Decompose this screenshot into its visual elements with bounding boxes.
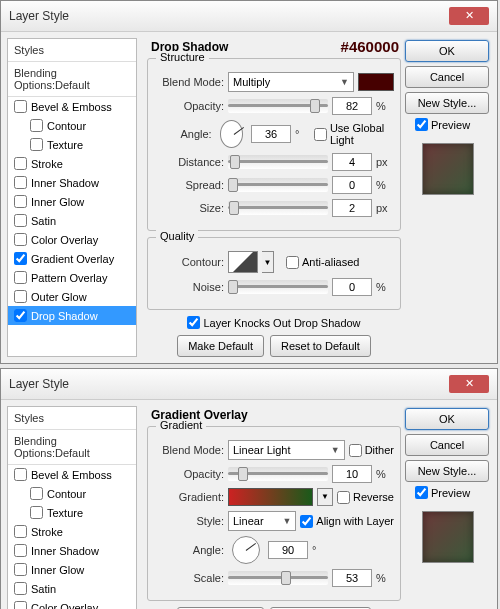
ok-button[interactable]: OK <box>405 40 489 62</box>
style-item[interactable]: Inner Glow <box>8 560 136 579</box>
blend-mode-select[interactable]: Linear Light▼ <box>228 440 345 460</box>
make-default-button[interactable]: Make Default <box>177 335 264 357</box>
style-item[interactable]: Drop Shadow <box>8 306 136 325</box>
spread-input[interactable] <box>332 176 372 194</box>
gradient-dropdown-arrow[interactable]: ▼ <box>317 488 333 506</box>
reset-default-button[interactable]: Reset to Default <box>270 335 371 357</box>
style-item[interactable]: Gradient Overlay <box>8 249 136 268</box>
opacity-slider[interactable] <box>228 99 328 113</box>
blend-mode-select[interactable]: Multiply▼ <box>228 72 354 92</box>
opacity-slider[interactable] <box>228 467 328 481</box>
opacity-input[interactable] <box>332 97 372 115</box>
style-item-checkbox[interactable] <box>30 119 43 132</box>
styles-header[interactable]: Styles <box>8 407 136 430</box>
style-item[interactable]: Inner Glow <box>8 192 136 211</box>
spread-slider[interactable] <box>228 178 328 192</box>
knocks-out-checkbox[interactable]: Layer Knocks Out Drop Shadow <box>187 316 360 329</box>
cancel-button[interactable]: Cancel <box>405 434 489 456</box>
angle-input[interactable] <box>268 541 308 559</box>
new-style-button[interactable]: New Style... <box>405 460 489 482</box>
style-item[interactable]: Bevel & Emboss <box>8 97 136 116</box>
style-item-checkbox[interactable] <box>14 195 27 208</box>
align-layer-checkbox[interactable]: Align with Layer <box>300 515 394 528</box>
noise-input[interactable] <box>332 278 372 296</box>
style-item[interactable]: Satin <box>8 211 136 230</box>
distance-input[interactable] <box>332 153 372 171</box>
style-item-label: Inner Shadow <box>31 177 99 189</box>
style-item[interactable]: Contour <box>8 484 136 503</box>
ok-button[interactable]: OK <box>405 408 489 430</box>
style-item-checkbox[interactable] <box>30 506 43 519</box>
shadow-color-swatch[interactable] <box>358 73 394 91</box>
style-item-checkbox[interactable] <box>14 468 27 481</box>
style-item-checkbox[interactable] <box>14 582 27 595</box>
style-item-checkbox[interactable] <box>14 100 27 113</box>
style-item-checkbox[interactable] <box>14 214 27 227</box>
style-item[interactable]: Stroke <box>8 522 136 541</box>
style-item[interactable]: Contour <box>8 116 136 135</box>
angle-input[interactable] <box>251 125 291 143</box>
style-item[interactable]: Stroke <box>8 154 136 173</box>
blending-options-header[interactable]: Blending Options:Default <box>8 430 136 465</box>
scale-slider[interactable] <box>228 571 328 585</box>
style-item[interactable]: Satin <box>8 579 136 598</box>
contour-picker[interactable] <box>228 251 258 273</box>
titlebar[interactable]: Layer Style ✕ <box>1 1 497 32</box>
preview-checkbox[interactable]: Preview <box>405 486 491 499</box>
reverse-checkbox[interactable]: Reverse <box>337 491 394 504</box>
style-item[interactable]: Color Overlay <box>8 230 136 249</box>
style-item-checkbox[interactable] <box>14 157 27 170</box>
blend-mode-label: Blend Mode: <box>154 444 224 456</box>
blending-options-header[interactable]: Blending Options:Default <box>8 62 136 97</box>
antialiased-checkbox[interactable]: Anti-aliased <box>286 256 359 269</box>
preview-checkbox[interactable]: Preview <box>405 118 491 131</box>
style-item-checkbox[interactable] <box>14 252 27 265</box>
dither-checkbox[interactable]: Dither <box>349 444 394 457</box>
new-style-button[interactable]: New Style... <box>405 92 489 114</box>
style-item[interactable]: Color Overlay <box>8 598 136 609</box>
style-item[interactable]: Inner Shadow <box>8 541 136 560</box>
close-button[interactable]: ✕ <box>449 7 489 25</box>
style-item-checkbox[interactable] <box>14 601 27 609</box>
style-item-checkbox[interactable] <box>14 525 27 538</box>
cancel-button[interactable]: Cancel <box>405 66 489 88</box>
right-panel: OK Cancel New Style... Preview <box>405 406 491 609</box>
style-item-checkbox[interactable] <box>14 271 27 284</box>
style-item[interactable]: Texture <box>8 503 136 522</box>
size-input[interactable] <box>332 199 372 217</box>
noise-slider[interactable] <box>228 280 328 294</box>
style-item-label: Contour <box>47 120 86 132</box>
opacity-input[interactable] <box>332 465 372 483</box>
style-item[interactable]: Bevel & Emboss <box>8 465 136 484</box>
layer-style-dialog-1: Layer Style ✕ Styles Blending Options:De… <box>0 0 498 364</box>
styles-header[interactable]: Styles <box>8 39 136 62</box>
scale-input[interactable] <box>332 569 372 587</box>
style-item-checkbox[interactable] <box>14 290 27 303</box>
contour-dropdown-arrow[interactable]: ▼ <box>262 251 274 273</box>
style-item-checkbox[interactable] <box>14 309 27 322</box>
gradient-picker[interactable] <box>228 488 313 506</box>
style-item-checkbox[interactable] <box>14 544 27 557</box>
style-item-checkbox[interactable] <box>14 176 27 189</box>
close-button[interactable]: ✕ <box>449 375 489 393</box>
size-slider[interactable] <box>228 201 328 215</box>
style-item[interactable]: Pattern Overlay <box>8 268 136 287</box>
style-item[interactable]: Texture <box>8 135 136 154</box>
style-item-checkbox[interactable] <box>30 487 43 500</box>
quality-label: Quality <box>156 230 198 242</box>
style-item-checkbox[interactable] <box>14 563 27 576</box>
titlebar[interactable]: Layer Style ✕ <box>1 369 497 400</box>
style-item[interactable]: Outer Glow <box>8 287 136 306</box>
global-light-checkbox[interactable]: Use Global Light <box>314 122 394 146</box>
angle-dial[interactable] <box>220 120 243 148</box>
structure-fieldset: Structure Blend Mode: Multiply▼ Opacity:… <box>147 58 401 231</box>
size-unit: px <box>376 202 394 214</box>
style-item-label: Pattern Overlay <box>31 272 107 284</box>
spread-label: Spread: <box>154 179 224 191</box>
angle-dial[interactable] <box>232 536 260 564</box>
distance-slider[interactable] <box>228 155 328 169</box>
style-select[interactable]: Linear▼ <box>228 511 296 531</box>
style-item-checkbox[interactable] <box>30 138 43 151</box>
style-item[interactable]: Inner Shadow <box>8 173 136 192</box>
style-item-checkbox[interactable] <box>14 233 27 246</box>
